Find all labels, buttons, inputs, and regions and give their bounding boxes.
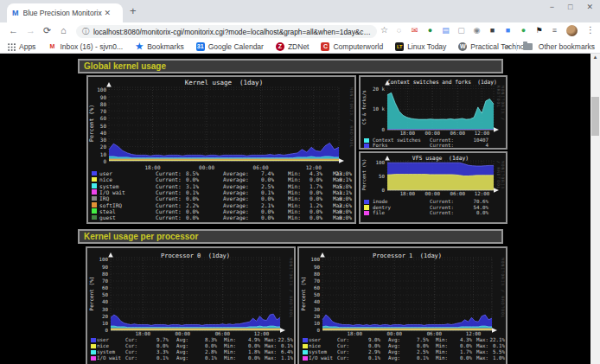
legend-row: systemCur:3.3%Avg:2.8%Min:1.8%Max:6.4%	[87, 349, 294, 355]
context-switches-graph[interactable]: Context switches and forks (1day)CS & fo…	[359, 75, 507, 150]
chart-canvas	[387, 86, 494, 130]
x-tick: 18:00	[394, 131, 420, 136]
legend-stat-value: 2.6%	[316, 202, 352, 208]
y-tick: 90	[300, 265, 320, 270]
x-tick: 06:00	[248, 164, 274, 170]
watermark: MONITORIX / RRDTOOL	[349, 87, 354, 161]
legend-row: niceCur:0.0%Avg:0.0%Min:0.0%Max:0.1%	[87, 343, 294, 349]
legend-swatch	[92, 177, 97, 182]
folder-icon	[523, 43, 533, 50]
bookmark-apps-grid[interactable]: Apps	[7, 42, 35, 51]
bookmarks-overflow-chevron[interactable]: »	[506, 42, 510, 51]
scrollbar[interactable]: ▲	[590, 54, 600, 364]
legend-stat-value: 23.0%	[316, 170, 352, 176]
vfs-usage-graph[interactable]: VFS usage (1day)Percent (%)10050018:0000…	[359, 151, 507, 224]
bookmark-label: Apps	[19, 42, 35, 51]
eye-extension-icon[interactable]: ◉	[472, 26, 482, 35]
home-icon[interactable]: ⌂	[61, 25, 67, 35]
legend-swatch	[364, 138, 369, 144]
bookmark-label: Google Calendar	[208, 42, 264, 51]
blue-app-extension-icon[interactable]: ■	[503, 26, 513, 35]
browser-tab[interactable]: M Blue Precision Monitorix ✕	[7, 3, 123, 22]
tab-list-extension-icon[interactable]: ≡	[550, 26, 559, 35]
legend-stat-value: 1.0%	[469, 355, 505, 361]
legend-stat-value: 1.7%	[436, 349, 472, 354]
legend-stat-value: 22.1%	[469, 337, 505, 342]
legend-swatch	[303, 356, 308, 361]
forward-icon[interactable]: →	[26, 25, 35, 35]
reload-icon[interactable]: ⟳	[43, 25, 51, 36]
close-icon[interactable]: ✕	[586, 3, 593, 11]
processor-0-graph[interactable]: Processor 0 (1day)Percent (%)10090807060…	[86, 246, 296, 364]
profile-avatar[interactable]	[566, 25, 578, 36]
legend-stat-value: 0.0%	[436, 343, 472, 348]
bookmark-label: Linux Today	[407, 42, 446, 51]
page-content: Global kernel usage Kernel usage (1day)P…	[0, 54, 600, 364]
legend-stat-value: 0.0%	[163, 195, 199, 201]
processor-1-graph[interactable]: Processor 1 (1day)Percent (%)10090807060…	[297, 246, 507, 364]
legend-stat-value: 5.5%	[469, 349, 505, 354]
legend-stat-value: 0.0%	[344, 343, 380, 348]
legend-stat-value: 0.0%	[224, 343, 260, 348]
globe-extension-icon[interactable]: ●	[425, 26, 435, 35]
bookmark-star-icon[interactable]: ☆	[380, 25, 388, 35]
browser-menu-icon[interactable]: ⋮	[586, 25, 595, 35]
extensions-area: ◌✉●▤▢◉■■●⚑≡	[394, 26, 559, 35]
legend-stat-value: 0.0%	[132, 343, 169, 348]
bookmark-star[interactable]: ★Bookmarks	[135, 42, 184, 51]
y-tick: 10	[300, 321, 320, 326]
pin-extension-icon[interactable]: ⚑	[534, 26, 544, 35]
legend-stat-value: 10407	[452, 137, 488, 143]
legend-swatch	[364, 205, 369, 210]
x-tick: 12:00	[460, 331, 486, 336]
legend-row: userCurrent:8.5%Average:7.4%Min:4.3%Max:…	[88, 170, 354, 176]
scrollbar-up-arrow[interactable]: ▲	[590, 54, 600, 60]
legend-row: niceCurrent:0.0%Average:0.0%Min:0.0%Max:…	[88, 176, 354, 182]
maximize-icon[interactable]: □	[568, 3, 572, 11]
dark-square-extension-icon[interactable]: ■	[488, 26, 497, 35]
kernel-usage-graph[interactable]: Kernel usage (1day)Percent (%)1009080706…	[86, 75, 356, 224]
bookmark-linux-today[interactable]: LTLinux Today	[395, 42, 446, 51]
search-extension-icon[interactable]: ◌	[394, 26, 404, 35]
legend-series-name: softIRQ	[99, 202, 122, 208]
legend-series-name: dentry	[373, 205, 391, 210]
legend-row: niceCur:0.0%Avg:0.0%Min:0.0%Max:0.1%	[299, 343, 506, 349]
y-tick: 60	[88, 285, 108, 291]
minimize-icon[interactable]: −	[550, 3, 554, 11]
pages-extension-icon[interactable]: ▤	[441, 26, 450, 35]
tab-close-icon[interactable]: ✕	[105, 9, 112, 17]
legend-series-name: user	[99, 170, 112, 176]
legend-series-name: file	[373, 210, 385, 215]
legend-stat-value: 7.5%	[393, 337, 429, 342]
bookmark-computerworld[interactable]: CComputerworld	[321, 42, 383, 51]
url-text[interactable]: localhost:8080/monitorix-cgi/monitorix.c…	[93, 28, 377, 36]
legend-swatch	[92, 208, 97, 214]
back-icon[interactable]: ←	[9, 25, 18, 35]
chart-canvas	[322, 258, 492, 330]
legend-stat-value: 0.0%	[393, 343, 429, 348]
y-tick: 20 k	[365, 86, 385, 92]
legend-stat-value: 0.0%	[316, 208, 352, 214]
mail-extension-icon[interactable]: ✉	[410, 26, 419, 35]
x-tick: 00:00	[169, 331, 195, 336]
window-controls: − □ ✕	[550, 3, 593, 11]
legend-stat-value: 1.1%	[257, 355, 293, 361]
y-tick: 20	[88, 314, 108, 319]
bookmark-calendar[interactable]: 31Google Calendar	[196, 42, 264, 51]
bookmark-label: Bookmarks	[147, 42, 184, 51]
y-tick: 10	[86, 151, 106, 157]
apps-grid-icon	[7, 42, 16, 51]
legend-swatch	[92, 189, 97, 195]
green-dot-extension-icon[interactable]: ●	[519, 26, 528, 35]
y-tick: 0	[300, 328, 320, 333]
new-tab-button[interactable]: +	[130, 4, 137, 17]
box-extension-icon[interactable]: ▢	[456, 26, 466, 35]
bookmark-gmail[interactable]: MInbox (16) - sjvn0...	[48, 42, 123, 51]
address-bar[interactable]: ⓘ localhost:8080/monitorix-cgi/monitorix…	[76, 25, 377, 38]
page-info-icon[interactable]: ⓘ	[82, 27, 89, 36]
legend-stat-label: Current:	[430, 205, 454, 210]
y-tick: 20	[86, 144, 106, 150]
bookmark-zdnet[interactable]: ZZDNet	[276, 42, 310, 51]
scrollbar-thumb[interactable]	[591, 97, 599, 136]
other-bookmarks-button[interactable]: Other bookmarks	[539, 42, 595, 51]
